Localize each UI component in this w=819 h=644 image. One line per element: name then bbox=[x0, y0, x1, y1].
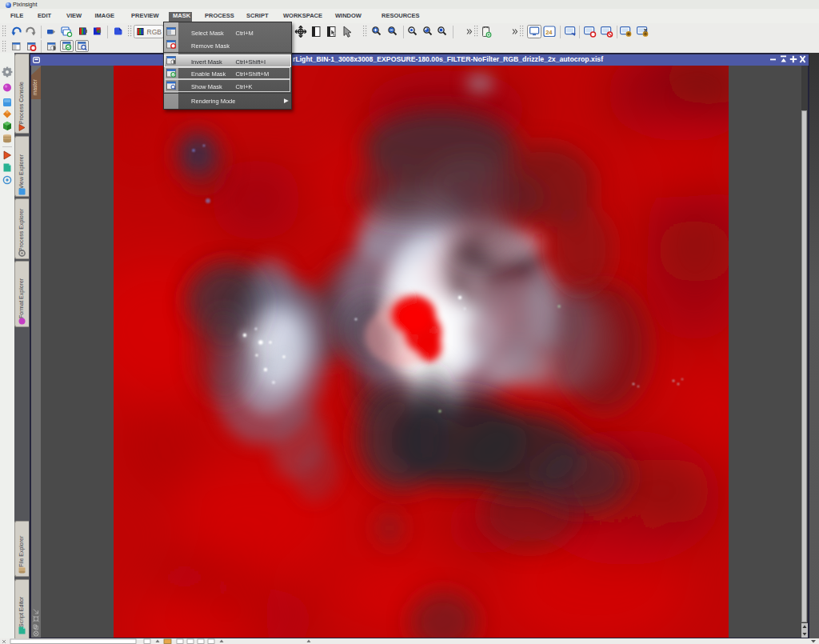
svg-text:24: 24 bbox=[545, 29, 553, 36]
svg-text:RGB: RGB bbox=[147, 28, 162, 36]
